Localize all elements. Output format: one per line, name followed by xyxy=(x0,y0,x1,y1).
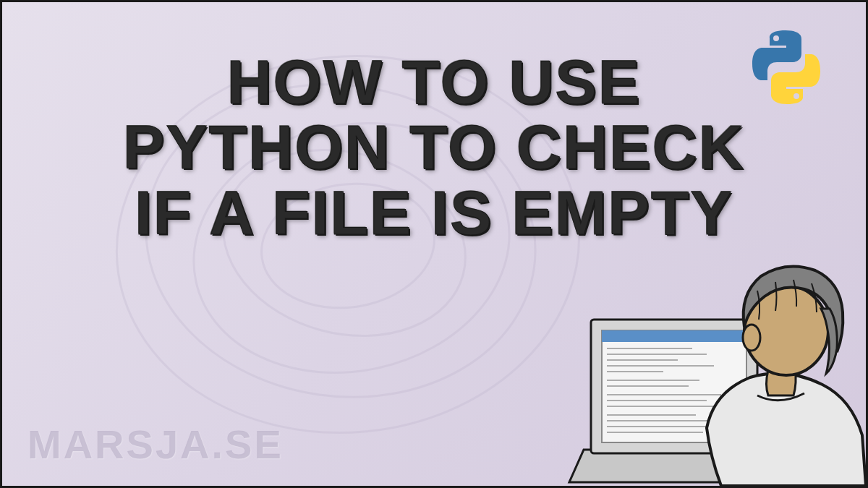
main-title: HOW TO USE PYTHON TO CHECK IF A FILE IS … xyxy=(109,49,760,245)
person-at-laptop-illustration xyxy=(562,226,866,486)
watermark-text: MARSJA.SE xyxy=(27,421,284,468)
svg-rect-7 xyxy=(602,330,746,342)
python-logo-icon xyxy=(746,27,826,107)
svg-point-23 xyxy=(743,325,760,351)
